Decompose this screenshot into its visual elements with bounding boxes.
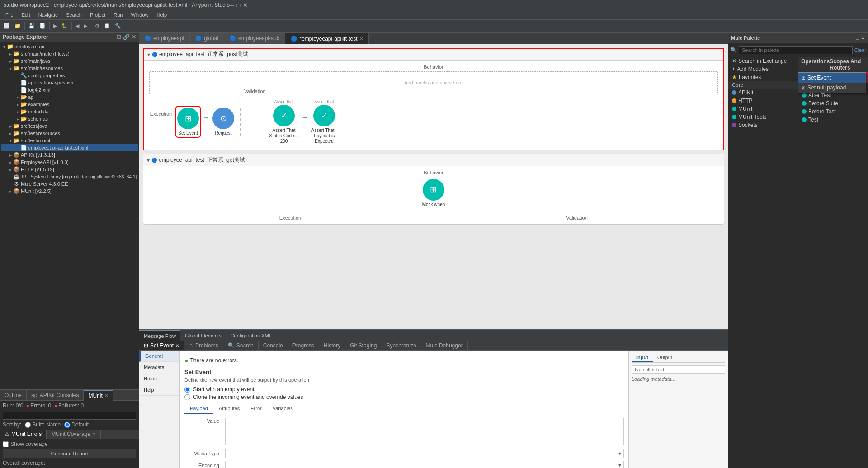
node-set-event[interactable]: ⊞ Set Event <box>176 107 200 137</box>
tab-munit-coverage[interactable]: MUnit Coverage ✕ <box>47 430 101 439</box>
value-textarea[interactable] <box>225 418 624 445</box>
toolbar-back[interactable]: ◀ <box>74 22 81 30</box>
menu-navigate[interactable]: Navigate <box>35 11 61 19</box>
tree-item-employee-api[interactable]: ▾ 📁 employee-api <box>1 43 138 50</box>
filter-input[interactable] <box>632 365 725 374</box>
sort-default[interactable]: Default <box>64 421 89 428</box>
palette-clear-btn[interactable]: Clear <box>854 47 866 53</box>
apikit-test-tab-close[interactable]: ✕ <box>359 36 363 41</box>
editor-tab-employeeapi[interactable]: 🔵 employeeapi <box>139 33 190 44</box>
inner-tab-error[interactable]: Error <box>245 404 267 414</box>
show-coverage-checkbox[interactable] <box>3 441 9 447</box>
palette-sockets[interactable]: Sockets <box>728 121 798 129</box>
nav-notes[interactable]: Notes <box>139 373 179 384</box>
output-tab[interactable]: Output <box>653 353 677 362</box>
radio-empty[interactable] <box>184 387 190 393</box>
tree-item-src-main-resources[interactable]: ▾ 📂 src/main/resources <box>1 65 138 72</box>
tree-item-config[interactable]: 🔧 config.properties <box>1 72 138 79</box>
tab-munit[interactable]: MUnit ✕ <box>84 390 113 401</box>
tree-item-munit-lib[interactable]: ▸ 📦 MUnit [v2.2.5] <box>1 187 138 195</box>
node-mock-when[interactable]: ⊞ Mock when <box>422 179 445 207</box>
sort-default-radio[interactable] <box>64 422 70 428</box>
toolbar-forward[interactable]: ▶ <box>82 22 89 30</box>
tree-item-metadata[interactable]: ▸ 📂 metadata <box>1 108 138 115</box>
tab-munit-errors[interactable]: ⚠ MUnit Errors <box>0 430 47 439</box>
toolbar-run[interactable]: ▶ <box>52 22 59 30</box>
nav-help[interactable]: Help <box>139 384 179 396</box>
tree-item-src-test-munit[interactable]: ▾ 📂 src/test/munit <box>1 137 138 144</box>
console-tab-synchronize[interactable]: Synchronize <box>382 341 421 350</box>
tree-item-apikit-lib[interactable]: ▸ 📦 APIKit [v1.3.13] <box>1 151 138 159</box>
tab-apikit-consoles[interactable]: api APIKit Consoles <box>27 390 84 401</box>
tab-global-elements[interactable]: Global Elements <box>180 330 226 342</box>
palette-http[interactable]: HTTP <box>728 97 798 105</box>
munit-tab-close[interactable]: ✕ <box>104 393 108 398</box>
palette-search-input[interactable] <box>739 46 853 54</box>
console-tab-problems[interactable]: ⚠ Problems <box>184 341 223 350</box>
menu-run[interactable]: Run <box>110 11 126 19</box>
tree-item-jre[interactable]: ☕ JRE System Library [org.mule.tooling.j… <box>1 173 138 180</box>
set-event-console-close[interactable]: ✕ <box>175 343 179 348</box>
tab-message-flow[interactable]: Message Flow <box>139 330 180 342</box>
toolbar-debug[interactable]: 🐛 <box>60 22 70 30</box>
console-tab-console[interactable]: Console <box>259 341 288 350</box>
tree-item-examples[interactable]: ▸ 📂 examples <box>1 101 138 108</box>
tree-item-api[interactable]: ▸ 📂 api <box>1 94 138 101</box>
editor-tab-employeeapi-sub[interactable]: 🔵 employeeapi-sub <box>224 33 285 44</box>
flow2-collapse[interactable]: ▾ <box>147 157 150 164</box>
palette-add-modules[interactable]: + Add Modules <box>728 65 798 73</box>
palette-favorites[interactable]: ★ Favorites <box>728 73 798 81</box>
tree-item-src-main-mule[interactable]: ▸ 📂 src/main/mule (Flows) <box>1 50 138 57</box>
panel-close-icon[interactable]: ✕ <box>132 34 136 40</box>
sort-suite-name[interactable]: Suite Name <box>25 421 61 428</box>
toolbar-misc1[interactable]: ⚙ <box>93 22 101 30</box>
inner-tab-variables[interactable]: Variables <box>267 404 298 414</box>
editor-tab-apikit-test[interactable]: 🔵 *employeeapi-apikit-test ✕ <box>285 33 368 44</box>
tab-outline[interactable]: Outline <box>0 390 27 401</box>
encoding-select[interactable] <box>225 461 624 468</box>
node-assert2[interactable]: Assert that ✓ Assert That -Payload isExp… <box>311 99 337 144</box>
console-tab-git[interactable]: Git Staging <box>345 341 382 350</box>
console-tab-search[interactable]: 🔍 Search <box>223 341 259 350</box>
toolbar-save-all[interactable]: 📑 <box>38 22 47 30</box>
tree-item-src-main-java[interactable]: ▸ 📂 src/main/java <box>1 57 138 65</box>
tree-item-apptypes[interactable]: 📄 application-types.xml <box>1 79 138 86</box>
palette-before-test[interactable]: Before Test <box>798 108 868 116</box>
tab-configuration-xml[interactable]: Configuration XML <box>226 330 276 342</box>
nav-general[interactable]: General <box>139 351 179 362</box>
node-request[interactable]: ⊙ Request <box>212 108 234 136</box>
menu-edit[interactable]: Edit <box>18 11 34 19</box>
tree-item-employee-api-lib[interactable]: ▸ 📦 EmployeeAPI [v1.0.0] <box>1 159 138 166</box>
tree-item-log4j2[interactable]: 📄 log4j2.xml <box>1 86 138 94</box>
palette-close-icon[interactable]: ✕ <box>861 35 865 41</box>
console-tab-debugger[interactable]: Mule Debugger <box>421 341 468 350</box>
tree-item-src-test-java[interactable]: ▸ 📂 src/test/java <box>1 122 138 130</box>
tree-item-src-test-resources[interactable]: ▸ 📂 src/test/resources <box>1 130 138 137</box>
palette-munit[interactable]: MUnit <box>728 105 798 113</box>
minimize-btn[interactable]: ─ <box>230 2 234 9</box>
palette-apikit[interactable]: APIKit <box>728 89 798 97</box>
radio-empty-event[interactable]: Start with an empty event <box>184 386 624 393</box>
flow1-collapse[interactable]: ▾ <box>147 51 150 58</box>
menu-window[interactable]: Window <box>127 11 152 19</box>
close-btn[interactable]: ✕ <box>243 2 248 9</box>
editor-tab-global[interactable]: 🔵 global <box>190 33 224 44</box>
generate-report-btn[interactable]: Generate Report <box>3 449 136 458</box>
palette-search-exchange[interactable]: ✕ Search in Exchange <box>728 57 798 65</box>
console-tab-progress[interactable]: Progress <box>288 341 319 350</box>
sort-suite-radio[interactable] <box>25 422 31 428</box>
tree-item-schemas[interactable]: ▸ 📂 schemas <box>1 115 138 122</box>
toolbar-misc3[interactable]: 🔧 <box>113 22 123 30</box>
toolbar-save[interactable]: 💾 <box>27 22 37 30</box>
munit-search-input[interactable] <box>3 412 136 420</box>
node-assert1[interactable]: Assert that ✓ Assert ThatStatus Code is2… <box>269 99 299 144</box>
collapse-all-icon[interactable]: ⊟ <box>117 34 121 40</box>
palette-collapse-icon[interactable]: ─ <box>851 35 855 41</box>
input-tab[interactable]: Input <box>632 353 653 362</box>
maximize-btn[interactable]: □ <box>236 2 240 9</box>
console-tab-set-event[interactable]: ⊞ Set Event ✕ <box>139 341 184 350</box>
palette-before-suite[interactable]: Before Suite <box>798 99 868 108</box>
dropdown-set-event[interactable]: ⊞ Set Event <box>798 73 866 83</box>
palette-maximize-icon[interactable]: □ <box>856 35 859 41</box>
tree-item-http-lib[interactable]: ▸ 📦 HTTP [v1.5.19] <box>1 166 138 173</box>
